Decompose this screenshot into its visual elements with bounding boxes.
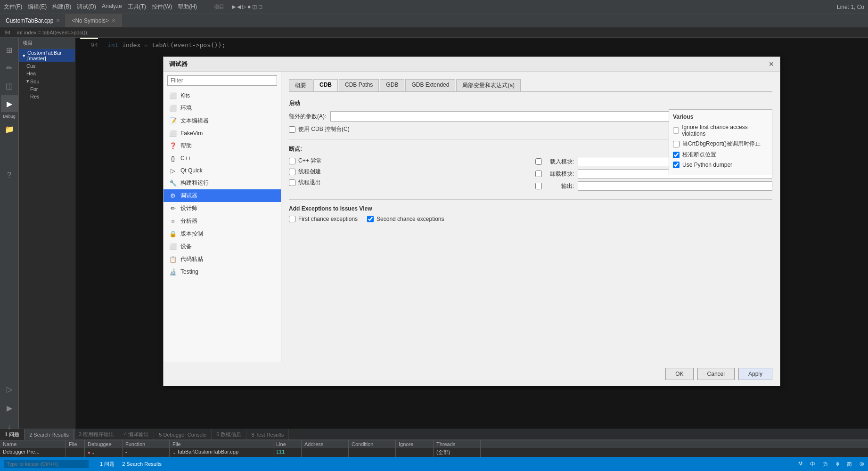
thread-create-row: 线程创建	[289, 168, 526, 176]
table-row: Debugger Pre... ● - - ...TabBar\CustomTa…	[0, 448, 868, 457]
dialog-close-button[interactable]: ✕	[769, 60, 774, 68]
bottom-tab-issues[interactable]: 1 问题	[0, 429, 25, 440]
menu-item-kits[interactable]: ⬜ Kits	[164, 89, 281, 102]
sou-label: Sou	[30, 79, 40, 84]
menu-item-testing[interactable]: 🔬 Testing	[164, 266, 281, 278]
menu-item-env[interactable]: ⬜ 环境	[164, 102, 281, 114]
tab-gdb[interactable]: GDB	[380, 79, 404, 91]
vcs-label: 版本控制	[180, 230, 203, 238]
various-checkbox-3[interactable]	[673, 162, 680, 168]
debug-icon-btn[interactable]: ▶	[1, 95, 18, 112]
col-threads-header: Threads	[434, 440, 481, 448]
load-module-label: 载入模块:	[546, 158, 574, 166]
project-item-for[interactable]: For	[19, 85, 75, 93]
run-icon-btn[interactable]: ▷	[1, 381, 18, 398]
menu-item-fakevim[interactable]: ⬜ FakeVim	[164, 127, 281, 139]
fakevim-icon: ⬜	[169, 130, 177, 137]
menu-tools[interactable]: 工具(T)	[128, 3, 146, 11]
run2-icon-btn[interactable]: ▶	[1, 399, 18, 416]
various-checkbox-1[interactable]	[673, 141, 680, 147]
menu-item-texteditor[interactable]: 📝 文本编辑器	[164, 114, 281, 127]
load-module-checkbox[interactable]	[535, 158, 542, 165]
issue-count: 1 问题	[100, 461, 115, 468]
row-file	[66, 448, 85, 457]
help-icon-btn[interactable]: ?	[1, 167, 18, 184]
dialog-overlay: 选项 调试器 ✕ ⬜ Kits	[75, 38, 868, 439]
menu-item-qtquick[interactable]: ▷ Qt Quick	[164, 164, 281, 177]
project-item-cus[interactable]: Cus	[19, 62, 75, 70]
first-chance-checkbox[interactable]	[289, 216, 295, 222]
menu-item-cpp[interactable]: {} C++	[164, 152, 281, 164]
various-checkbox-0[interactable]	[673, 127, 679, 134]
tab-customtabbar[interactable]: CustomTabBar.cpp ✕	[0, 14, 66, 27]
menu-file[interactable]: 文件(F)	[4, 3, 22, 11]
welcome-icon-btn[interactable]: ⊞	[1, 41, 18, 58]
use-cdb-checkbox[interactable]	[289, 126, 295, 133]
project-item-res[interactable]: Res	[19, 93, 75, 100]
menu-bar[interactable]: 文件(F) 编辑(E) 构建(B) 调试(D) Analyze 工具(T) 控件…	[4, 3, 197, 11]
tab-nosymbols[interactable]: <No Symbols> ✕	[66, 14, 122, 27]
row-name: Debugger Pre...	[0, 448, 66, 457]
menu-item-analyzer[interactable]: ≡ 分析器	[164, 215, 281, 227]
tab-label-0: CustomTabBar.cpp	[6, 17, 53, 24]
row-threads: (全部)	[434, 448, 481, 457]
menu-item-designer[interactable]: ✏ 设计师	[164, 202, 281, 215]
close-tab-0-icon[interactable]: ✕	[56, 18, 60, 23]
menu-debug[interactable]: 调试(D)	[77, 3, 96, 11]
output-checkbox[interactable]	[535, 183, 542, 189]
project-item-master[interactable]: ▾ CustomTabBar [master]	[19, 49, 75, 62]
ok-button[interactable]: OK	[665, 368, 693, 380]
row-debuggee: ● -	[85, 448, 123, 457]
design-icon-btn[interactable]: ◫	[1, 77, 18, 94]
various-checkbox-2[interactable]	[673, 152, 680, 158]
menu-item-vcs[interactable]: 🔒 版本控制	[164, 227, 281, 240]
buildrun-icon: 🔧	[169, 179, 177, 187]
codepaste-label: 代码粘贴	[180, 255, 203, 263]
breadcrumb-sep	[12, 30, 15, 35]
second-chance-checkbox[interactable]	[367, 216, 374, 222]
menu-controls[interactable]: 控件(W)	[152, 3, 172, 11]
menu-build[interactable]: 构建(B)	[52, 3, 71, 11]
row-address	[302, 448, 349, 457]
locate-input[interactable]	[4, 460, 89, 468]
menu-analyze[interactable]: Analyze	[102, 3, 122, 11]
tooltip-label: 选项	[80, 38, 98, 39]
bottom-tab-search[interactable]: 2 Search Results	[25, 429, 74, 440]
cpp-exception-row: C++ 异常	[289, 157, 526, 165]
dialog-right-panel: 概要 CDB CDB Paths GDB GDB Extended 局部变量和表…	[281, 72, 780, 362]
apply-button[interactable]: Apply	[738, 368, 772, 380]
project-item-hea[interactable]: Hea	[19, 70, 75, 77]
menu-item-help[interactable]: ❓ 帮助	[164, 139, 281, 152]
filter-input[interactable]	[167, 75, 277, 86]
menu-item-buildrun[interactable]: 🔧 构建和运行	[164, 177, 281, 189]
tab-cdb[interactable]: CDB	[313, 79, 338, 91]
menu-edit[interactable]: 编辑(E)	[28, 3, 47, 11]
various-label-3: Use Python dumper	[682, 162, 732, 168]
codepaste-icon: 📋	[169, 256, 177, 263]
edit-icon-btn[interactable]: ✏	[1, 59, 18, 76]
tab-locals[interactable]: 局部变量和表达式(a)	[456, 79, 521, 91]
project-icon-btn[interactable]: 📁	[1, 121, 18, 138]
project-item-sou[interactable]: ▾ Sou	[19, 77, 75, 85]
menu-item-debugger[interactable]: ⚙ 调试器	[164, 189, 281, 202]
env-icon: ⬜	[169, 105, 177, 112]
output-input[interactable]	[578, 181, 772, 191]
various-title: Various	[673, 114, 768, 120]
menu-help[interactable]: 帮助(H)	[178, 3, 197, 11]
menu-item-devices[interactable]: ⬜ 设备	[164, 240, 281, 253]
cpp-exception-checkbox[interactable]	[289, 158, 295, 164]
expand-icon: ▾	[23, 53, 25, 59]
tab-summary[interactable]: 概要	[289, 79, 312, 91]
cancel-button[interactable]: Cancel	[697, 368, 735, 380]
menu-item-codepaste[interactable]: 📋 代码粘贴	[164, 253, 281, 266]
main-layout: ⊞ ✏ ◫ ▶ Debug 📁 ? ▷ ▶ ↓ 项目 ▾ CustomTabBa…	[0, 38, 868, 439]
thread-create-checkbox[interactable]	[289, 169, 295, 175]
testing-label: Testing	[180, 268, 198, 275]
tab-cdb-paths[interactable]: CDB Paths	[339, 79, 379, 91]
close-tab-1-icon[interactable]: ✕	[112, 18, 115, 23]
thread-exit-checkbox[interactable]	[289, 179, 295, 186]
tab-gdb-extended[interactable]: GDB Extended	[405, 79, 455, 91]
extra-args-input[interactable]	[330, 111, 707, 122]
unload-module-checkbox[interactable]	[535, 171, 542, 177]
designer-label: 设计师	[180, 204, 197, 212]
